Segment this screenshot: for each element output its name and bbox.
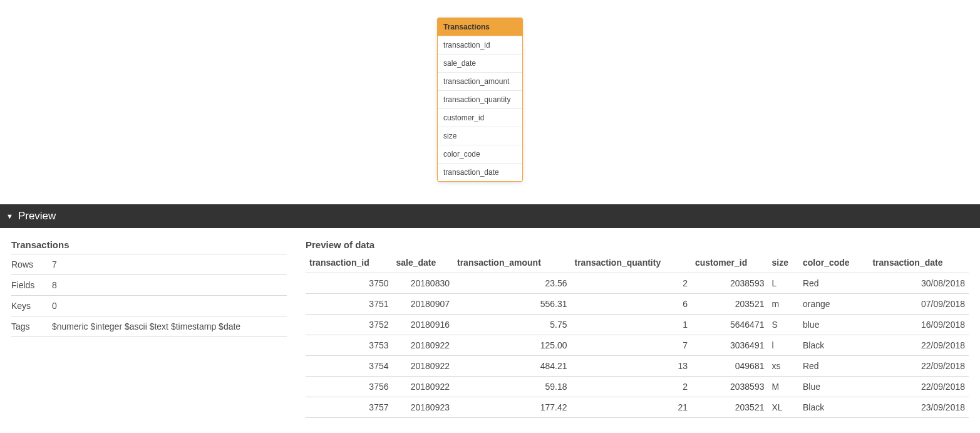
cell-size: l — [768, 335, 798, 356]
metadata-table: Rows 7 Fields 8 Keys 0 Tags $numeric $in… — [11, 254, 287, 337]
cell-customer_id: 2038593 — [691, 377, 768, 397]
meta-row-keys: Keys 0 — [11, 296, 287, 316]
cell-size: xs — [768, 356, 798, 377]
cell-transaction_quantity: 7 — [571, 335, 692, 356]
cell-sale_date: 20180922 — [393, 335, 454, 356]
meta-row-rows: Rows 7 — [11, 254, 287, 275]
cell-sale_date: 20180830 — [393, 273, 454, 294]
table-entity-field[interactable]: transaction_amount — [438, 72, 522, 90]
cell-color_code: orange — [799, 294, 869, 315]
cell-transaction_date: 22/09/2018 — [869, 377, 969, 397]
meta-value: 0 — [52, 296, 287, 316]
table-row[interactable]: 3752201809165.7515646471Sblue16/09/2018 — [306, 315, 969, 335]
meta-label: Rows — [11, 254, 52, 275]
cell-transaction_quantity: 2 — [571, 377, 692, 397]
column-header-sale_date[interactable]: sale_date — [393, 254, 454, 273]
column-header-customer_id[interactable]: customer_id — [691, 254, 768, 273]
cell-transaction_date: 30/08/2018 — [869, 273, 969, 294]
column-header-transaction_date[interactable]: transaction_date — [869, 254, 969, 273]
cell-transaction_id: 3750 — [306, 273, 393, 294]
table-entity-field[interactable]: transaction_date — [438, 163, 522, 181]
table-entity-field[interactable]: color_code — [438, 145, 522, 163]
cell-customer_id: 049681 — [691, 356, 768, 377]
cell-size: S — [768, 315, 798, 335]
cell-transaction_amount: 556.31 — [453, 294, 571, 315]
cell-transaction_date: 22/09/2018 — [869, 356, 969, 377]
column-header-transaction_amount[interactable]: transaction_amount — [453, 254, 571, 273]
data-preview-table: transaction_idsale_datetransaction_amoun… — [306, 254, 969, 418]
cell-transaction_amount: 125.00 — [453, 335, 571, 356]
cell-customer_id: 5646471 — [691, 315, 768, 335]
cell-transaction_quantity: 1 — [571, 315, 692, 335]
cell-transaction_quantity: 13 — [571, 356, 692, 377]
meta-label: Fields — [11, 275, 52, 296]
cell-size: XL — [768, 397, 798, 418]
metadata-title: Transactions — [11, 239, 287, 254]
cell-transaction_id: 3754 — [306, 356, 393, 377]
data-preview-panel: Preview of data transaction_idsale_datet… — [306, 239, 969, 418]
cell-transaction_quantity: 6 — [571, 294, 692, 315]
cell-transaction_date: 22/09/2018 — [869, 335, 969, 356]
cell-sale_date: 20180916 — [393, 315, 454, 335]
preview-section-label: Preview — [18, 210, 56, 222]
cell-color_code: Blue — [799, 377, 869, 397]
cell-size: M — [768, 377, 798, 397]
cell-sale_date: 20180922 — [393, 356, 454, 377]
column-header-transaction_id[interactable]: transaction_id — [306, 254, 393, 273]
preview-panels: Transactions Rows 7 Fields 8 Keys 0 Tags… — [0, 228, 980, 418]
meta-value: 7 — [52, 254, 287, 275]
table-entity-field[interactable]: transaction_id — [438, 36, 522, 54]
table-entity-field[interactable]: transaction_quantity — [438, 90, 522, 108]
cell-transaction_amount: 59.18 — [453, 377, 571, 397]
metadata-panel: Transactions Rows 7 Fields 8 Keys 0 Tags… — [11, 239, 287, 418]
cell-color_code: blue — [799, 315, 869, 335]
meta-value: 8 — [52, 275, 287, 296]
cell-size: L — [768, 273, 798, 294]
preview-section-header[interactable]: ▼ Preview — [0, 204, 980, 228]
cell-customer_id: 203521 — [691, 397, 768, 418]
table-entity-field[interactable]: customer_id — [438, 108, 522, 127]
table-entity-header[interactable]: Transactions — [438, 18, 522, 36]
cell-sale_date: 20180907 — [393, 294, 454, 315]
meta-label: Tags — [11, 316, 52, 337]
cell-transaction_id: 3756 — [306, 377, 393, 397]
cell-customer_id: 2038593 — [691, 273, 768, 294]
cell-transaction_quantity: 21 — [571, 397, 692, 418]
data-header-row: transaction_idsale_datetransaction_amoun… — [306, 254, 969, 273]
column-header-color_code[interactable]: color_code — [799, 254, 869, 273]
cell-color_code: Black — [799, 335, 869, 356]
table-row[interactable]: 375720180923177.4221203521XLBlack23/09/2… — [306, 397, 969, 418]
cell-transaction_amount: 23.56 — [453, 273, 571, 294]
chevron-down-icon: ▼ — [6, 212, 13, 220]
meta-value: $numeric $integer $ascii $text $timestam… — [52, 316, 287, 337]
meta-label: Keys — [11, 296, 52, 316]
table-row[interactable]: 375420180922484.2113049681xsRed22/09/201… — [306, 356, 969, 377]
cell-sale_date: 20180923 — [393, 397, 454, 418]
cell-size: m — [768, 294, 798, 315]
cell-transaction_id: 3752 — [306, 315, 393, 335]
cell-transaction_quantity: 2 — [571, 273, 692, 294]
column-header-transaction_quantity[interactable]: transaction_quantity — [571, 254, 692, 273]
data-preview-title: Preview of data — [306, 239, 969, 254]
cell-transaction_amount: 484.21 — [453, 356, 571, 377]
table-row[interactable]: 375120180907556.316203521morange07/09/20… — [306, 294, 969, 315]
table-entity-field[interactable]: sale_date — [438, 54, 522, 72]
cell-customer_id: 203521 — [691, 294, 768, 315]
cell-color_code: Red — [799, 273, 869, 294]
cell-transaction_date: 16/09/2018 — [869, 315, 969, 335]
table-entity-transactions[interactable]: Transactions transaction_idsale_datetran… — [437, 18, 523, 182]
table-row[interactable]: 37502018083023.5622038593LRed30/08/2018 — [306, 273, 969, 294]
cell-transaction_date: 23/09/2018 — [869, 397, 969, 418]
cell-transaction_amount: 5.75 — [453, 315, 571, 335]
cell-transaction_id: 3757 — [306, 397, 393, 418]
table-row[interactable]: 375320180922125.0073036491lBlack22/09/20… — [306, 335, 969, 356]
cell-color_code: Black — [799, 397, 869, 418]
cell-customer_id: 3036491 — [691, 335, 768, 356]
table-row[interactable]: 37562018092259.1822038593MBlue22/09/2018 — [306, 377, 969, 397]
column-header-size[interactable]: size — [768, 254, 798, 273]
meta-row-tags: Tags $numeric $integer $ascii $text $tim… — [11, 316, 287, 337]
table-entity-field[interactable]: size — [438, 127, 522, 145]
cell-transaction_id: 3753 — [306, 335, 393, 356]
cell-transaction_date: 07/09/2018 — [869, 294, 969, 315]
model-canvas[interactable]: Transactions transaction_idsale_datetran… — [0, 0, 980, 204]
